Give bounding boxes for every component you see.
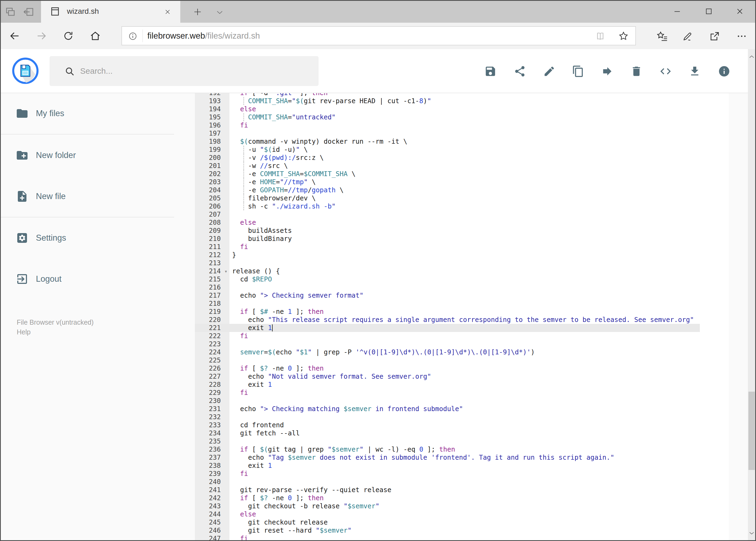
code-line-235[interactable]: 235: [195, 437, 748, 445]
source-code-icon[interactable]: [653, 49, 678, 93]
code-line-222[interactable]: 222 fi: [195, 332, 748, 340]
web-note-icon[interactable]: [681, 29, 695, 43]
home-icon[interactable]: [88, 29, 102, 43]
copy-icon[interactable]: [566, 49, 590, 93]
sidebar-item-my-files[interactable]: My files: [0, 104, 195, 123]
code-line-246[interactable]: 246 git reset --hard "$semver": [195, 526, 748, 535]
back-icon[interactable]: [8, 29, 22, 43]
url-text[interactable]: filebrowser.web/files/wizard.sh: [147, 27, 260, 45]
save-icon[interactable]: [478, 49, 503, 93]
code-line-204[interactable]: 204 -e GOPATH=//tmp/gopath \: [195, 186, 748, 194]
code-line-229[interactable]: 229 fi: [195, 389, 748, 397]
set-tabs-aside-icon[interactable]: [22, 5, 35, 18]
code-line-196[interactable]: 196 fi: [195, 121, 748, 129]
floppy-logo-icon[interactable]: [12, 57, 39, 84]
code-line-206[interactable]: 206 sh -c "./wizard.sh -b": [195, 202, 748, 211]
code-line-227[interactable]: 227 echo "Not valid semver format. See s…: [195, 372, 748, 380]
code-line-228[interactable]: 228 exit 1: [195, 380, 748, 389]
code-line-225[interactable]: 225: [195, 356, 748, 364]
new-tab-icon[interactable]: [191, 5, 204, 18]
code-line-217[interactable]: 217 echo "> Checking semver format": [195, 291, 748, 299]
code-line-239[interactable]: 239 fi: [195, 470, 748, 478]
code-line-215[interactable]: 215 cd $REPO: [195, 275, 748, 283]
scroll-down-icon[interactable]: [748, 528, 755, 539]
code-line-245[interactable]: 245 git checkout release: [195, 518, 748, 526]
code-line-205[interactable]: 205 filebrowser/dev \: [195, 194, 748, 202]
code-line-200[interactable]: 200 -v /$(pwd):/src:z \: [195, 154, 748, 162]
tab-list-chevron-icon[interactable]: [213, 6, 226, 19]
reading-view-icon[interactable]: [594, 30, 606, 42]
code-line-193[interactable]: 193 COMMIT_SHA="$(git rev-parse HEAD | c…: [195, 97, 748, 105]
minimize-icon[interactable]: [665, 0, 690, 23]
code-line-221[interactable]: 221 exit 1: [195, 324, 748, 332]
refresh-icon[interactable]: [61, 29, 75, 43]
code-line-230[interactable]: 230: [195, 397, 748, 405]
code-editor[interactable]: 192 if [ -d ".git" ]; then193 COMMIT_SHA…: [195, 93, 748, 540]
search-box[interactable]: [50, 56, 319, 86]
tab-wizard-sh[interactable]: wizard.sh: [41, 0, 180, 23]
url-bar[interactable]: filebrowser.web/files/wizard.sh: [122, 26, 636, 45]
code-line-195[interactable]: 195 COMMIT_SHA="untracked": [195, 113, 748, 121]
code-line-213[interactable]: 213: [195, 259, 748, 267]
code-line-231[interactable]: 231 echo "> Checking matching $semver in…: [195, 405, 748, 413]
fold-marker-icon[interactable]: ▾: [222, 267, 229, 275]
code-line-223[interactable]: 223: [195, 340, 748, 348]
code-line-198[interactable]: 198 $(command -v winpty) docker run --rm…: [195, 138, 748, 146]
code-line-197[interactable]: 197: [195, 129, 748, 138]
code-line-234[interactable]: 234 git fetch --all: [195, 429, 748, 437]
code-line-242[interactable]: 242 if [ $? -ne 0 ]; then: [195, 494, 748, 502]
code-line-208[interactable]: 208 else: [195, 219, 748, 227]
code-line-218[interactable]: 218: [195, 299, 748, 307]
delete-icon[interactable]: [624, 49, 648, 93]
code-line-194[interactable]: 194 else: [195, 105, 748, 113]
code-line-238[interactable]: 238 exit 1: [195, 462, 748, 470]
code-line-220[interactable]: 220 echo "This release script requires a…: [195, 316, 748, 324]
code-line-211[interactable]: 211 fi: [195, 243, 748, 251]
code-line-192[interactable]: 192 if [ -d ".git" ]; then: [195, 93, 748, 97]
rename-icon[interactable]: [537, 49, 561, 93]
code-line-207[interactable]: 207: [195, 211, 748, 219]
download-icon[interactable]: [682, 49, 707, 93]
close-window-icon[interactable]: [727, 0, 752, 23]
favorites-hub-icon[interactable]: [655, 29, 669, 43]
code-line-201[interactable]: 201 -w //src \: [195, 162, 748, 170]
scroll-up-icon[interactable]: [748, 51, 755, 62]
code-line-214[interactable]: 214▾release () {: [195, 267, 748, 275]
code-line-219[interactable]: 219 if [ $# -ne 1 ]; then: [195, 307, 748, 316]
code-line-233[interactable]: 233 cd frontend: [195, 421, 748, 429]
share-page-icon[interactable]: [708, 29, 722, 43]
code-line-232[interactable]: 232: [195, 413, 748, 421]
code-line-199[interactable]: 199 -u "$(id -u)" \: [195, 146, 748, 154]
code-line-224[interactable]: 224 semver=$(echo "$1" | grep -P '^v(0|[…: [195, 348, 748, 356]
share-icon[interactable]: [508, 49, 532, 93]
maximize-icon[interactable]: [696, 0, 721, 23]
close-icon[interactable]: [163, 7, 172, 16]
code-line-240[interactable]: 240: [195, 478, 748, 486]
sidebar-item-new-folder[interactable]: New folder: [0, 146, 195, 165]
code-line-244[interactable]: 244 else: [195, 510, 748, 518]
code-line-241[interactable]: 241 git rev-parse --verify --quiet relea…: [195, 486, 748, 494]
more-icon[interactable]: [735, 29, 749, 43]
scrollbar-thumb[interactable]: [748, 392, 755, 470]
page-scrollbar[interactable]: [748, 49, 755, 540]
code-line-210[interactable]: 210 buildBinary: [195, 235, 748, 243]
code-line-209[interactable]: 209 buildAssets: [195, 227, 748, 235]
search-input[interactable]: [80, 56, 313, 86]
code-line-202[interactable]: 202 -e COMMIT_SHA=$COMMIT_SHA \: [195, 170, 748, 178]
code-line-237[interactable]: 237 echo "Tag $semver does not exist in …: [195, 453, 748, 462]
code-line-236[interactable]: 236 if [ $(git tag | grep "$semver" | wc…: [195, 445, 748, 453]
info-icon[interactable]: [712, 49, 736, 93]
help-link[interactable]: Help: [17, 327, 94, 337]
sidebar-item-settings[interactable]: Settings: [0, 229, 195, 248]
code-line-216[interactable]: 216: [195, 283, 748, 291]
code-line-203[interactable]: 203 -e HOME="//tmp" \: [195, 178, 748, 186]
sidebar-item-new-file[interactable]: New file: [0, 187, 195, 206]
forward-icon[interactable]: [35, 29, 49, 43]
info-circle-icon[interactable]: [127, 31, 138, 42]
favorite-star-icon[interactable]: [618, 30, 630, 42]
code-line-226[interactable]: 226 if [ $? -ne 0 ]; then: [195, 364, 748, 372]
move-icon[interactable]: [595, 49, 620, 93]
sidebar-item-logout[interactable]: Logout: [0, 270, 195, 288]
code-line-243[interactable]: 243 git checkout -b release "$semver": [195, 502, 748, 510]
code-line-247[interactable]: 247 fi: [195, 535, 748, 540]
